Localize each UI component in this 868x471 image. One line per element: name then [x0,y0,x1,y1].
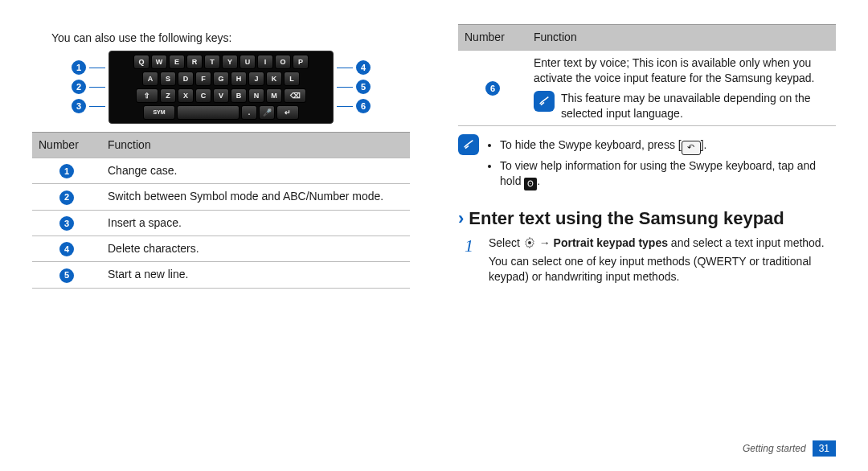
footer-page-number: 31 [813,440,836,457]
footer-section: Getting started [743,442,806,455]
col-header-number: Number [32,132,101,158]
function-table-right: Number Function 6 Enter text by voice; T… [458,24,836,126]
callout-bubble-2: 2 [72,80,86,94]
swype-hold-icon: ʘ [524,178,537,190]
col-header-function: Function [101,132,410,158]
row6-main-text: Enter text by voice; This icon is availa… [534,56,814,84]
back-key-icon: ↶ [682,141,701,155]
callout-bubble-6: 6 [356,99,371,113]
note-icon [458,134,479,155]
table-row: 5 Start a new line. [32,262,410,288]
table-row: 3 Insert a space. [32,210,410,236]
callout-bubble-1: 1 [72,60,86,75]
tip-hide-keyboard: To hide the Swype keyboard, press [↶]. [500,137,836,155]
table-row: 2 Switch between Symbol mode and ABC/Num… [32,184,410,210]
function-table-left: Number Function 1 Change case. 2 Switch … [32,132,410,289]
intro-text: You can also use the following keys: [51,31,410,46]
keypad-illustration: 1 2 3 QWERTYUIOP ASDFGHJKL ⇧ZXCVBNM⌫ [32,51,410,124]
row6-note-text: This feature may be unavailable dependin… [561,91,829,121]
callout-bubble-5: 5 [356,80,371,94]
table-row: 1 Change case. [32,158,410,183]
page-footer: Getting started 31 [743,440,836,457]
callout-bubble-4: 4 [356,60,371,75]
step-1: Select → Portrait keypad types and selec… [465,236,836,285]
chevron-right-icon: › [458,210,464,227]
settings-key-icon [523,236,536,249]
col-header-number: Number [458,25,527,51]
table-row: 6 Enter text by voice; This icon is avai… [458,50,836,126]
svg-point-0 [528,241,531,244]
table-row: 4 Delete characters. [32,236,410,262]
callout-bubble-3: 3 [72,99,86,113]
section-heading: › Enter text using the Samsung keypad [458,207,836,231]
qwerty-keypad: QWERTYUIOP ASDFGHJKL ⇧ZXCVBNM⌫ SYM . 🎤 ↵ [108,51,334,124]
col-header-function: Function [527,25,836,51]
note-icon [534,91,555,112]
tip-help-info: To view help information for using the S… [500,158,836,190]
